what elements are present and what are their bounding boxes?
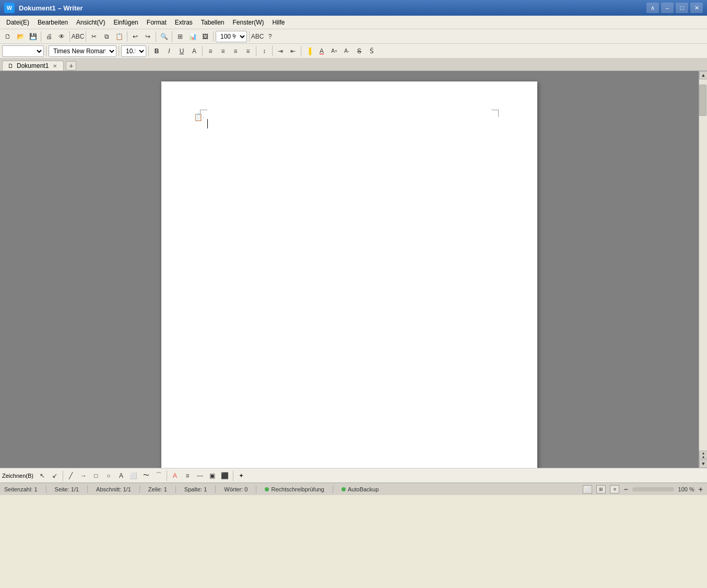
draw-line-style-btn[interactable]: ≡: [182, 470, 193, 481]
draw-arrow2-btn[interactable]: →: [78, 470, 89, 481]
status-div3: [139, 486, 140, 493]
status-right: ⬜ ⊞ ≡ − 100 % +: [583, 485, 703, 493]
shadow-button[interactable]: S̈: [366, 45, 378, 57]
redo-button[interactable]: ↪: [142, 31, 154, 42]
zoom-slider[interactable]: [632, 487, 674, 491]
draw-curve-btn[interactable]: 〜: [140, 470, 152, 481]
preview-button[interactable]: 👁: [56, 31, 67, 42]
menu-einfuegen[interactable]: Einfügen: [109, 17, 142, 28]
zoom-select[interactable]: 100 % 75 % 150 %: [216, 31, 247, 42]
undo-button[interactable]: ↩: [129, 31, 141, 42]
tab-close-button[interactable]: ✕: [52, 63, 58, 69]
spellcheck-indicator: [265, 487, 269, 491]
document-tab[interactable]: 🗋 Dokument1 ✕: [2, 61, 64, 70]
document-canvas[interactable]: 📋·: [0, 71, 699, 468]
image-button[interactable]: 🖼: [199, 31, 211, 42]
align-justify-button[interactable]: ≡: [242, 45, 254, 57]
draw-3d-btn[interactable]: ⬛: [219, 470, 231, 481]
restore-button[interactable]: □: [676, 3, 688, 13]
dsep3: [233, 471, 233, 481]
draw-arrow-btn[interactable]: ↙: [49, 470, 61, 481]
font-size-select[interactable]: 10.5 8 10 12 14 18: [121, 45, 146, 57]
scroll-track[interactable]: [699, 79, 707, 451]
draw-text-btn[interactable]: A: [115, 470, 127, 481]
bold-button[interactable]: B: [151, 45, 162, 57]
vertical-scrollbar[interactable]: ▲ ▲▲ ▼: [699, 71, 707, 468]
view-page-btn[interactable]: ⬜: [583, 485, 592, 493]
status-div6: [256, 486, 256, 493]
superscript-button[interactable]: A+: [328, 45, 340, 57]
zoom-plus-btn[interactable]: +: [699, 485, 703, 493]
menu-fenster[interactable]: Fenster(W): [229, 17, 268, 28]
draw-dashes-btn[interactable]: ---: [194, 470, 206, 481]
view-web-btn[interactable]: ⊞: [596, 485, 606, 493]
paste-button[interactable]: 📋: [113, 31, 125, 42]
tab-bar: 🗋 Dokument1 ✕ +: [0, 58, 707, 71]
indent-less-button[interactable]: ⇤: [287, 45, 299, 57]
font-name-select[interactable]: Times New Roman Arial Calibri: [49, 45, 116, 57]
status-spellcheck: Rechtschreibprüfung: [265, 486, 324, 492]
scroll-up-button[interactable]: ▲: [699, 71, 707, 79]
menu-bearbeiten[interactable]: Bearbeiten: [33, 17, 72, 28]
status-bar: Seitenzahl: 1 Seite: 1/1 Abschnitt: 1/1 …: [0, 483, 707, 495]
align-left-button[interactable]: ≡: [205, 45, 216, 57]
open-button[interactable]: 📂: [15, 31, 26, 42]
window-controls: ∧ – □ ✕: [646, 3, 703, 13]
italic-button[interactable]: I: [163, 45, 175, 57]
chart-button[interactable]: 📊: [187, 31, 198, 42]
zoom-minus-btn[interactable]: −: [623, 485, 628, 493]
align-center-button[interactable]: ≡: [217, 45, 229, 57]
draw-cursor-btn[interactable]: ↖: [37, 470, 48, 481]
indent-more-button[interactable]: ⇥: [275, 45, 286, 57]
document-page[interactable]: 📋·: [161, 81, 537, 468]
cut-button[interactable]: ✂: [88, 31, 100, 42]
save-button[interactable]: 💾: [27, 31, 39, 42]
scroll-down-button[interactable]: ▼: [699, 460, 707, 468]
sep1: [41, 31, 41, 42]
draw-ellipse-btn[interactable]: ○: [103, 470, 114, 481]
draw-line-btn[interactable]: ╱: [65, 470, 77, 481]
draw-insert-btn[interactable]: ✦: [235, 470, 247, 481]
fsep6: [272, 46, 273, 56]
menu-hilfe[interactable]: Hilfe: [268, 17, 289, 28]
menu-datei[interactable]: Datei(E): [2, 17, 33, 28]
draw-connector-btn[interactable]: ⌒: [153, 470, 164, 481]
tab-label: Dokument1: [17, 62, 49, 69]
align-right-button[interactable]: ≡: [230, 45, 241, 57]
subscript-button[interactable]: A-: [341, 45, 352, 57]
font-color2-button[interactable]: A: [316, 45, 327, 57]
font-color-button[interactable]: A: [188, 45, 200, 57]
fsep3: [148, 46, 149, 56]
draw-fill-color-btn[interactable]: A: [169, 470, 181, 481]
chevron-up-btn[interactable]: ∧: [646, 3, 659, 13]
draw-rect-btn[interactable]: □: [90, 470, 102, 481]
view-outline-btn[interactable]: ≡: [610, 485, 619, 493]
fsep1: [46, 46, 46, 56]
draw-shadow-btn[interactable]: ▣: [207, 470, 218, 481]
scroll-extra-1[interactable]: ▲▲: [699, 451, 707, 459]
menu-extras[interactable]: Extras: [171, 17, 197, 28]
find-button[interactable]: 🔍: [158, 31, 170, 42]
help-button[interactable]: ?: [264, 31, 276, 42]
print-button[interactable]: 🖨: [43, 31, 55, 42]
table-button[interactable]: ⊞: [174, 31, 186, 42]
standard-toolbar: 🗋 📂 💾 🖨 👁 ABC ✂ ⧉ 📋 ↩ ↪ 🔍 ⊞ 📊 🖼 100 % 75…: [0, 29, 707, 44]
menu-format[interactable]: Format: [143, 17, 171, 28]
line-spacing-button[interactable]: ↕: [258, 45, 270, 57]
strikethrough-button[interactable]: S: [354, 45, 365, 57]
spellcheck-button[interactable]: ABC: [72, 31, 84, 42]
sep2: [69, 31, 70, 42]
paragraph-style-select[interactable]: Standard Überschrift 1: [2, 45, 44, 57]
close-button[interactable]: ✕: [690, 3, 703, 13]
menu-ansicht[interactable]: Ansicht(V): [72, 17, 109, 28]
copy-button[interactable]: ⧉: [101, 31, 112, 42]
tab-add-button[interactable]: +: [66, 61, 76, 70]
underline-button[interactable]: U: [176, 45, 187, 57]
scroll-thumb[interactable]: [699, 85, 706, 116]
menu-tabellen[interactable]: Tabellen: [197, 17, 229, 28]
draw-textbox-btn[interactable]: ⬜: [128, 470, 139, 481]
highlight-button[interactable]: ▐: [303, 45, 315, 57]
new-button[interactable]: 🗋: [2, 31, 14, 42]
minimize-button[interactable]: –: [661, 3, 674, 13]
abc-btn[interactable]: ABC: [252, 31, 263, 42]
